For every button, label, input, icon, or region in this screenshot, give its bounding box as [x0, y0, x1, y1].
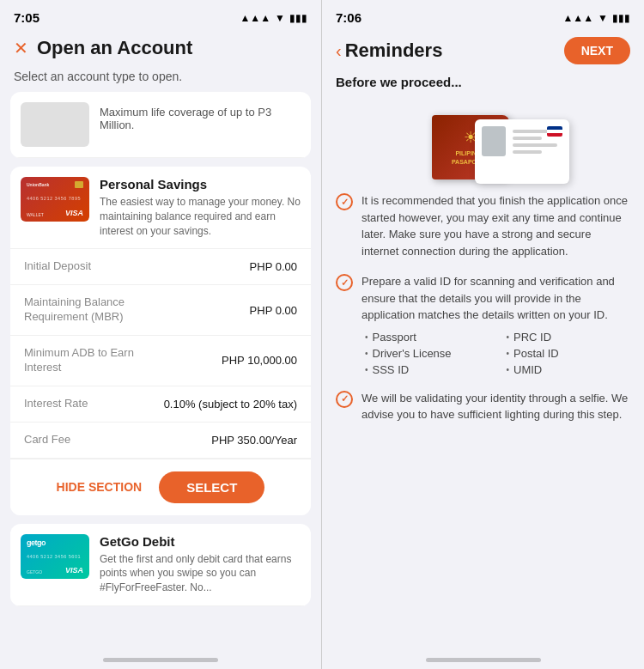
- id-type-drivers-license: • Driver's License: [365, 347, 489, 360]
- check-icon-1: ✓: [341, 197, 349, 208]
- page-title: Open an Account: [37, 37, 192, 59]
- before-proceed-label: Before we proceed...: [322, 75, 644, 98]
- reminder-text-2: Prepare a valid ID for scanning and veri…: [361, 273, 630, 324]
- card-fee-label: Card Fee: [24, 433, 70, 447]
- initial-deposit-label: Initial Deposit: [24, 259, 91, 274]
- reminder-item-1: ✓ It is recommended that you finish the …: [336, 192, 630, 259]
- page-subtitle: Select an account type to open.: [0, 70, 321, 92]
- bullet-icon: •: [365, 365, 368, 374]
- chip-icon: [75, 181, 83, 188]
- interest-rate-row: Interest Rate 0.10% (subject to 20% tax): [10, 386, 311, 423]
- id-line-4: [513, 150, 543, 154]
- battery-icon: ▮▮▮: [289, 12, 307, 24]
- right-home-indicator: [426, 658, 541, 662]
- right-phone-screen: 7:06 ▲▲▲ ▼ ▮▮▮ ‹ Reminders NEXT Before w…: [322, 0, 644, 669]
- battery-icon: ▮▮▮: [612, 12, 630, 24]
- reminders-header: ‹ Reminders NEXT: [322, 30, 644, 75]
- check-icon-2: ✓: [341, 277, 349, 289]
- left-status-bar: 7:05 ▲▲▲ ▼ ▮▮▮: [0, 0, 321, 30]
- id-type-passport: • Passport: [365, 331, 489, 344]
- life-insurance-text: Maximum life coverage of up to P3 Millio…: [100, 102, 301, 131]
- id-card-illustration: [475, 119, 569, 184]
- signal-icon: ▲▲▲: [240, 12, 270, 24]
- back-chevron-icon[interactable]: ‹: [336, 41, 342, 61]
- next-button[interactable]: NEXT: [564, 37, 630, 64]
- personal-savings-card: UnionBank 4406 5212 3456 7895 WALLET VIS…: [10, 167, 311, 515]
- mbr-row: Maintaining Balance Requirement (MBR) PH…: [10, 285, 311, 336]
- reminder-text-1: It is recommended that you finish the ap…: [361, 192, 630, 259]
- right-status-bar: 7:06 ▲▲▲ ▼ ▮▮▮: [322, 0, 644, 30]
- getgo-card-number: 4406 5212 3456 5601: [27, 554, 83, 559]
- passport-illustration: ☀ PILIPINASPASAPORTE: [322, 98, 644, 192]
- personal-savings-header: UnionBank 4406 5212 3456 7895 WALLET VIS…: [10, 167, 311, 249]
- reminders-list: ✓ It is recommended that you finish the …: [322, 192, 644, 651]
- close-button[interactable]: ✕: [14, 40, 28, 57]
- left-header: ✕ Open an Account: [0, 30, 321, 70]
- back-row: ‹ Reminders: [336, 40, 442, 62]
- getgo-debit-card: getgo 4406 5212 3456 5601 GETGO VISA Get…: [10, 524, 311, 606]
- min-adb-value: PHP 10,000.00: [222, 354, 297, 367]
- wifi-icon: ▼: [598, 12, 608, 24]
- life-insurance-card-content: Maximum life coverage of up to P3 Millio…: [10, 92, 311, 158]
- unionbank-card-image: UnionBank 4406 5212 3456 7895 WALLET VIS…: [21, 177, 89, 222]
- bullet-icon: •: [507, 365, 510, 374]
- getgo-description: Get the first and only debit card that e…: [100, 552, 301, 595]
- left-status-time: 7:05: [14, 10, 39, 25]
- bullet-icon: •: [507, 332, 510, 342]
- account-list-scroll: Maximum life coverage of up to P3 Millio…: [0, 92, 321, 651]
- signal-icon: ▲▲▲: [562, 12, 593, 24]
- personal-savings-actions: HIDE SECTION SELECT: [10, 459, 311, 515]
- reminder-item-2: ✓ Prepare a valid ID for scanning and ve…: [336, 273, 630, 376]
- mbr-label: Maintaining Balance Requirement (MBR): [24, 295, 144, 325]
- life-insurance-card: Maximum life coverage of up to P3 Millio…: [10, 92, 311, 158]
- reminder-text-3: We will be validating your identity thro…: [361, 390, 630, 423]
- id-line-2: [513, 137, 543, 140]
- reminder-content-2: Prepare a valid ID for scanning and veri…: [361, 273, 630, 376]
- left-status-icons: ▲▲▲ ▼ ▮▮▮: [240, 12, 307, 24]
- right-status-time: 7:06: [336, 10, 361, 25]
- getgo-title: GetGo Debit: [100, 534, 301, 549]
- getgo-card-header: getgo 4406 5212 3456 5601 GETGO VISA Get…: [10, 524, 311, 606]
- left-phone-screen: 7:05 ▲▲▲ ▼ ▮▮▮ ✕ Open an Account Select …: [0, 0, 322, 669]
- left-home-indicator: [103, 658, 218, 662]
- initial-deposit-row: Initial Deposit PHP 0.00: [10, 249, 311, 285]
- select-button[interactable]: SELECT: [159, 471, 264, 503]
- card-fee-row: Card Fee PHP 350.00/Year: [10, 423, 311, 459]
- bullet-icon: •: [365, 332, 368, 342]
- min-adb-label: Minimum ADB to Earn Interest: [24, 346, 144, 375]
- min-adb-row: Minimum ADB to Earn Interest PHP 10,000.…: [10, 336, 311, 386]
- id-type-postal: • Postal ID: [507, 347, 631, 360]
- interest-rate-value: 0.10% (subject to 20% tax): [164, 398, 297, 411]
- id-type-umid: • UMID: [507, 363, 631, 376]
- id-line-3: [513, 143, 557, 147]
- id-type-sss: • SSS ID: [365, 363, 489, 376]
- id-type-prc: • PRC ID: [507, 331, 631, 344]
- check-circle-2: ✓: [336, 274, 353, 291]
- personal-savings-description: The easiest way to manage your money. No…: [100, 195, 301, 238]
- interest-rate-label: Interest Rate: [24, 397, 88, 411]
- id-type-list: • Passport • PRC ID • Driver's License •…: [361, 331, 630, 376]
- check-circle-1: ✓: [336, 193, 353, 210]
- right-status-icons: ▲▲▲ ▼ ▮▮▮: [562, 12, 630, 24]
- bullet-icon: •: [507, 349, 510, 358]
- reminder-item-3: ✓ We will be validating your identity th…: [336, 390, 630, 423]
- getgo-info: GetGo Debit Get the first and only debit…: [100, 534, 301, 595]
- personal-savings-title: Personal Savings: [100, 177, 301, 192]
- card-number: 4406 5212 3456 7895: [27, 196, 83, 201]
- initial-deposit-value: PHP 0.00: [250, 260, 297, 273]
- hide-section-button[interactable]: HIDE SECTION: [57, 480, 143, 494]
- card-fee-value: PHP 350.00/Year: [211, 434, 297, 447]
- check-circle-3: ✓: [336, 391, 353, 408]
- getgo-card-image: getgo 4406 5212 3456 5601 GETGO VISA: [21, 534, 89, 579]
- life-insurance-card-image: [21, 102, 89, 147]
- getgo-logo: getgo: [27, 538, 83, 547]
- personal-savings-info: Personal Savings The easiest way to mana…: [100, 177, 301, 238]
- bullet-icon: •: [365, 349, 368, 358]
- mbr-value: PHP 0.00: [250, 304, 297, 317]
- check-icon-3: ✓: [341, 393, 349, 404]
- wifi-icon: ▼: [275, 12, 285, 24]
- flag-icon: [547, 126, 562, 137]
- id-photo-placeholder: [482, 126, 506, 156]
- reminders-title: Reminders: [345, 40, 443, 62]
